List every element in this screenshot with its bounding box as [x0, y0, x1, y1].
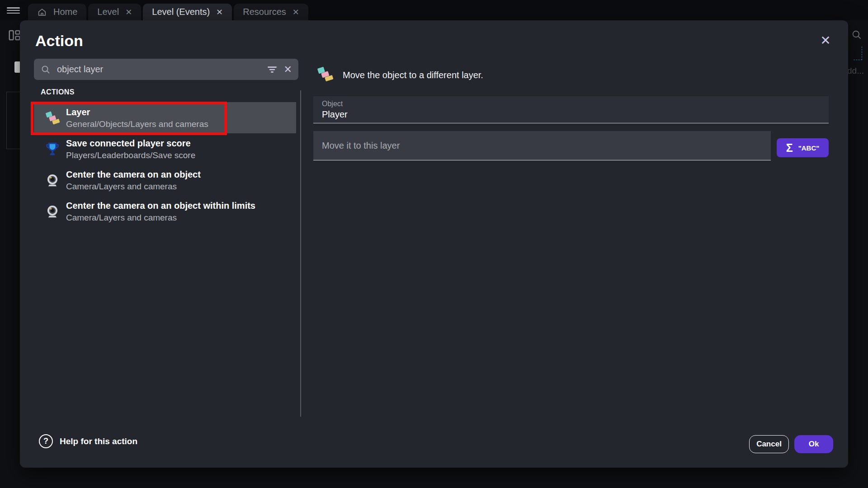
list-item-save-score[interactable]: Save connected player score Players/Lead… — [34, 133, 296, 164]
webcam-icon — [44, 203, 61, 220]
action-description-row: Move the object to a different layer. — [316, 66, 483, 84]
top-tab-bar: Home Level ✕ Level (Events) ✕ Resources … — [0, 0, 868, 20]
expression-editor-button[interactable]: Σ "ABC" — [777, 138, 829, 157]
object-field[interactable]: Object — [313, 96, 829, 123]
help-link[interactable]: ? Help for this action — [39, 434, 137, 448]
help-icon: ? — [39, 434, 53, 448]
expression-button-label: "ABC" — [798, 144, 820, 152]
tab-close-icon[interactable]: ✕ — [125, 8, 132, 16]
tab-label: Level (Events) — [152, 7, 210, 17]
object-field-input[interactable] — [322, 109, 774, 120]
editor-tabs: Home Level ✕ Level (Events) ✕ Resources … — [28, 4, 308, 20]
list-item-center-camera[interactable]: Center the camera on an object Camera/La… — [34, 164, 296, 196]
cancel-button[interactable]: Cancel — [749, 435, 789, 453]
background-add-label: dd... — [847, 66, 864, 76]
close-icon[interactable]: ✕ — [816, 31, 835, 49]
action-title: Save connected player score — [66, 137, 195, 150]
action-title: Center the camera on an object within li… — [66, 200, 255, 212]
tab-resources[interactable]: Resources ✕ — [234, 4, 308, 20]
webcam-icon — [44, 172, 61, 188]
tab-label: Resources — [243, 7, 286, 17]
layers-icon — [44, 110, 61, 126]
ok-button[interactable]: Ok — [794, 435, 833, 453]
tab-close-icon[interactable]: ✕ — [216, 8, 223, 16]
action-search-bar: ✕ — [34, 59, 298, 80]
tab-level-events[interactable]: Level (Events) ✕ — [143, 4, 232, 20]
layout-grid-icon — [8, 28, 21, 44]
menu-icon[interactable] — [7, 7, 20, 14]
tab-level[interactable]: Level ✕ — [88, 4, 141, 20]
object-field-label: Object — [322, 100, 829, 108]
clear-search-icon[interactable]: ✕ — [284, 65, 292, 75]
action-subtitle: Camera/Layers and cameras — [66, 181, 201, 192]
tab-label: Home — [53, 7, 77, 17]
list-item-center-camera-limits[interactable]: Center the camera on an object within li… — [34, 196, 296, 227]
sigma-icon: Σ — [786, 142, 793, 154]
action-subtitle: General/Objects/Layers and cameras — [66, 118, 208, 130]
layer-field[interactable] — [313, 131, 771, 160]
action-description: Move the object to a different layer. — [343, 70, 483, 80]
action-title: Center the camera on an object — [66, 169, 201, 181]
home-icon — [37, 7, 47, 17]
action-subtitle: Players/Leaderboards/Save score — [66, 150, 195, 161]
help-label: Help for this action — [60, 436, 137, 446]
action-subtitle: Camera/Layers and cameras — [66, 212, 255, 223]
layer-field-input[interactable] — [322, 141, 729, 151]
list-item-layer[interactable]: Layer General/Objects/Layers and cameras — [34, 102, 296, 133]
action-dialog: Action ✕ ✕ ACTIONS Layer General/Objects… — [20, 20, 848, 468]
action-list: Layer General/Objects/Layers and cameras… — [34, 102, 296, 227]
tab-home[interactable]: Home — [28, 4, 86, 20]
search-icon — [40, 64, 51, 75]
actions-section-header: ACTIONS — [41, 88, 75, 96]
filter-icon[interactable] — [266, 64, 278, 75]
trophy-icon — [44, 141, 61, 157]
events-drop-indicator — [854, 47, 862, 60]
dialog-title: Action — [35, 32, 83, 50]
gdevelop-app: Home Level ✕ Level (Events) ✕ Resources … — [0, 0, 868, 488]
search-input[interactable] — [57, 64, 260, 75]
search-icon — [851, 29, 863, 42]
panel-divider — [300, 90, 301, 417]
action-title: Layer — [66, 106, 208, 118]
layers-icon — [316, 66, 334, 84]
tab-close-icon[interactable]: ✕ — [292, 8, 299, 16]
tab-label: Level — [97, 7, 119, 17]
